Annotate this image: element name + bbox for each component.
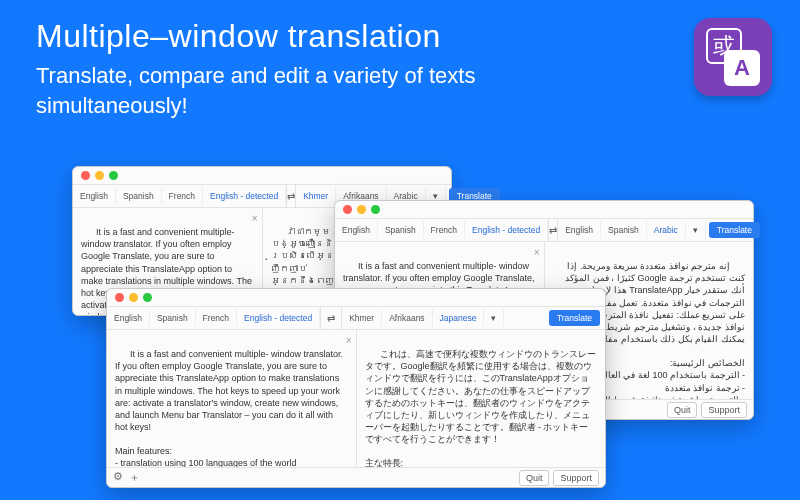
zoom-icon[interactable] — [371, 205, 380, 214]
translated-text: これは、高速で便利な複数ウィンドウのトランスレータです。Google翻訳を頻繁に… — [365, 349, 596, 467]
src-lang-tab[interactable]: French — [424, 221, 465, 239]
minimize-icon[interactable] — [357, 205, 366, 214]
src-lang-tab[interactable]: Spanish — [116, 187, 162, 205]
close-icon[interactable] — [81, 171, 90, 180]
zoom-icon[interactable] — [143, 293, 152, 302]
target-lang-tabs: English Spanish Arabic ▾ — [558, 219, 706, 241]
swap-languages-icon[interactable]: ⇄ — [548, 219, 558, 241]
tgt-lang-tab[interactable]: English — [558, 221, 601, 239]
support-button[interactable]: Support — [701, 402, 747, 418]
zoom-icon[interactable] — [109, 171, 118, 180]
hero-subtitle: Translate, compare and edit a variety of… — [0, 61, 800, 120]
hero-title: Multiple–window translation — [0, 0, 800, 61]
target-lang-tabs: Khmer Afrikaans Japanese ▾ — [342, 307, 546, 329]
tgt-lang-more[interactable]: ▾ — [484, 309, 504, 327]
src-lang-tab[interactable]: English — [73, 187, 116, 205]
src-lang-detected[interactable]: English - detected — [203, 187, 286, 205]
translate-button[interactable]: Translate — [549, 310, 600, 326]
src-lang-detected[interactable]: English - detected — [237, 309, 320, 327]
clear-source-icon[interactable]: × — [252, 212, 258, 226]
src-lang-tab[interactable]: Spanish — [150, 309, 196, 327]
translation-pane[interactable]: これは、高速で便利な複数ウィンドウのトランスレータです。Google翻訳を頻繁に… — [357, 330, 606, 467]
minimize-icon[interactable] — [95, 171, 104, 180]
quit-button[interactable]: Quit — [519, 470, 550, 486]
source-lang-tabs: English Spanish French English - detecte… — [335, 219, 548, 241]
src-lang-tab[interactable]: French — [162, 187, 203, 205]
translator-window-3: English Spanish French English - detecte… — [106, 288, 606, 488]
minimize-icon[interactable] — [129, 293, 138, 302]
tgt-lang-more[interactable]: ▾ — [686, 221, 706, 239]
logo-latin-icon: A — [724, 50, 760, 86]
quit-button[interactable]: Quit — [667, 402, 698, 418]
tgt-lang-tab[interactable]: Khmer — [342, 309, 382, 327]
src-lang-tab[interactable]: French — [196, 309, 237, 327]
clear-source-icon[interactable]: × — [534, 246, 540, 260]
app-logo: 或 A — [694, 18, 772, 96]
close-icon[interactable] — [343, 205, 352, 214]
language-bar: English Spanish French English - detecte… — [335, 219, 753, 242]
source-lang-tabs: English Spanish French English - detecte… — [73, 185, 286, 207]
translate-button[interactable]: Translate — [709, 222, 760, 238]
new-window-icon[interactable]: ＋ — [129, 470, 140, 485]
tgt-lang-tab[interactable]: Japanese — [433, 309, 485, 327]
close-icon[interactable] — [115, 293, 124, 302]
settings-gear-icon[interactable]: ⚙ — [113, 470, 123, 485]
titlebar[interactable] — [73, 167, 451, 185]
clear-source-icon[interactable]: × — [346, 334, 352, 348]
window-footer: ⚙ ＋ Quit Support — [107, 467, 605, 487]
tgt-lang-tab[interactable]: Khmer — [296, 187, 336, 205]
src-lang-tab[interactable]: English — [335, 221, 378, 239]
swap-languages-icon[interactable]: ⇄ — [286, 185, 296, 207]
language-bar: English Spanish French English - detecte… — [107, 307, 605, 330]
titlebar[interactable] — [107, 289, 605, 307]
source-lang-tabs: English Spanish French English - detecte… — [107, 307, 320, 329]
src-lang-tab[interactable]: English — [107, 309, 150, 327]
source-text: It is a fast and convenient multiple- wi… — [115, 349, 348, 467]
titlebar[interactable] — [335, 201, 753, 219]
tgt-lang-tab[interactable]: Spanish — [601, 221, 647, 239]
tgt-lang-tab[interactable]: Afrikaans — [382, 309, 432, 327]
swap-languages-icon[interactable]: ⇄ — [320, 307, 342, 329]
src-lang-detected[interactable]: English - detected — [465, 221, 548, 239]
tgt-lang-tab[interactable]: Arabic — [647, 221, 686, 239]
source-text-pane[interactable]: It is a fast and convenient multiple- wi… — [107, 330, 357, 467]
src-lang-tab[interactable]: Spanish — [378, 221, 424, 239]
support-button[interactable]: Support — [553, 470, 599, 486]
